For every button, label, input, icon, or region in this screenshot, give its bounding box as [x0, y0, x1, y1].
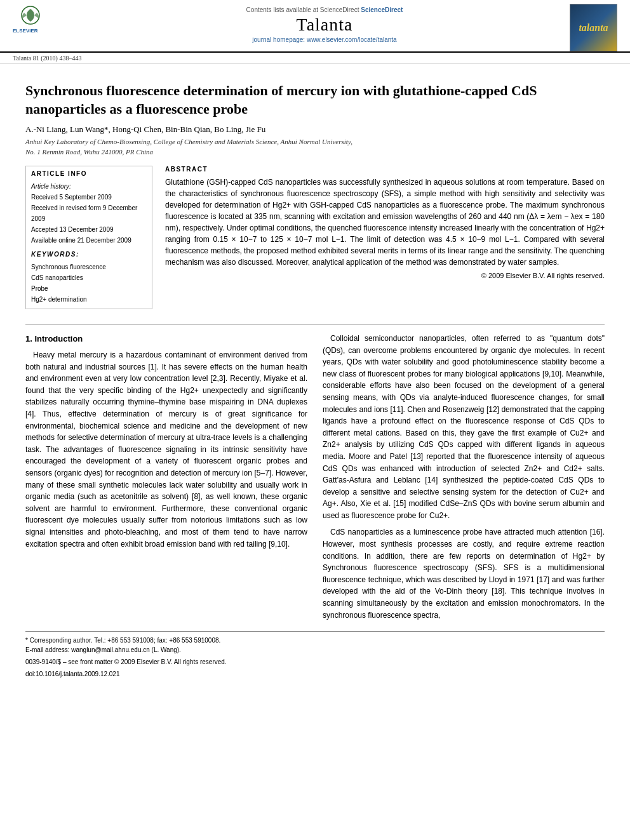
- talanta-logo: talanta: [570, 4, 617, 51]
- footnote-area: * Corresponding author. Tel.: +86 553 59…: [25, 631, 605, 679]
- keyword-3: Probe: [31, 283, 147, 294]
- keywords-title: Keywords:: [31, 251, 147, 258]
- keyword-1: Synchronous fluorescence: [31, 262, 147, 272]
- available-date: Available online 21 December 2009: [31, 235, 147, 246]
- talanta-label: talanta: [579, 22, 608, 34]
- elsevier-logo: ELSEVIER: [13, 4, 70, 39]
- header-left: ELSEVIER: [13, 4, 89, 39]
- keyword-2: CdS nanoparticles: [31, 272, 147, 283]
- abstract-copyright: © 2009 Elsevier B.V. All rights reserved…: [165, 272, 605, 279]
- sciencedirect-text: Contents lists available at ScienceDirec…: [246, 6, 403, 13]
- intro-paragraph-2: Colloidal semiconductor nanoparticles, o…: [323, 333, 605, 522]
- article-info-title: ARTICLE INFO: [31, 170, 147, 177]
- intro-paragraph-1: Heavy metal mercury is a hazardous conta…: [25, 349, 307, 550]
- accepted-date: Accepted 13 December 2009: [31, 224, 147, 235]
- article-info-abstract-section: ARTICLE INFO Article history: Received 5…: [25, 166, 605, 317]
- corresponding-author: * Corresponding author. Tel.: +86 553 59…: [25, 636, 605, 645]
- affiliation: Anhui Key Laboratory of Chemo-Biosensing…: [25, 137, 605, 157]
- abstract-text: Glutathione (GSH)-capped CdS nanoparticl…: [165, 177, 605, 268]
- intro-heading: 1. Introduction: [25, 333, 307, 345]
- keyword-4: Hg2+ determination: [31, 294, 147, 305]
- journal-header: ELSEVIER Contents lists available at Sci…: [0, 0, 630, 53]
- received-date: Received 5 September 2009: [31, 192, 147, 203]
- article-history: Article history: Received 5 September 20…: [31, 181, 147, 246]
- keywords-list: Synchronous fluorescence CdS nanoparticl…: [31, 262, 147, 305]
- article-title: Synchronous fluorescence determination o…: [25, 82, 605, 118]
- right-column: ABSTRACT Glutathione (GSH)-capped CdS na…: [165, 166, 605, 317]
- sciencedirect-label: Contents lists available at ScienceDirec…: [246, 6, 359, 13]
- header-right: talanta: [560, 4, 617, 51]
- page-container: ELSEVIER Contents lists available at Sci…: [0, 0, 630, 840]
- doi-line: doi:10.1016/j.talanta.2009.12.021: [25, 669, 605, 679]
- abstract-title: ABSTRACT: [165, 166, 605, 173]
- volume-line: Talanta 81 (2010) 438–443: [0, 53, 630, 64]
- main-content: Synchronous fluorescence determination o…: [0, 64, 630, 685]
- intro-paragraph-3: CdS nanoparticles as a luminescence prob…: [323, 526, 605, 621]
- divider: [25, 324, 605, 325]
- email: E-mail address: wanglun@mail.ahnu.edu.cn…: [25, 645, 605, 655]
- revised-date: Received in revised form 9 December 2009: [31, 203, 147, 224]
- journal-name: Talanta: [297, 15, 353, 35]
- left-column: ARTICLE INFO Article history: Received 5…: [25, 166, 152, 317]
- journal-homepage: journal homepage: www.elsevier.com/locat…: [252, 36, 396, 43]
- body-col-right: Colloidal semiconductor nanoparticles, o…: [323, 333, 605, 621]
- svg-text:ELSEVIER: ELSEVIER: [13, 28, 38, 34]
- body-col-left: 1. Introduction Heavy metal mercury is a…: [25, 333, 307, 621]
- issn-line: 0039-9140/$ – see front matter © 2009 El…: [25, 657, 605, 667]
- authors: A.-Ni Liang, Lun Wang*, Hong-Qi Chen, Bi…: [25, 124, 605, 135]
- affiliation-line1: Anhui Key Laboratory of Chemo-Biosensing…: [25, 138, 352, 145]
- header-center: Contents lists available at ScienceDirec…: [89, 4, 560, 46]
- article-info-box: ARTICLE INFO Article history: Received 5…: [25, 166, 152, 309]
- affiliation-line2: No. 1 Renmin Road, Wuhu 241000, PR China: [25, 148, 153, 156]
- body-section: 1. Introduction Heavy metal mercury is a…: [25, 333, 605, 621]
- history-label: Article history:: [31, 181, 147, 192]
- keywords-section: Keywords: Synchronous fluorescence CdS n…: [31, 251, 147, 305]
